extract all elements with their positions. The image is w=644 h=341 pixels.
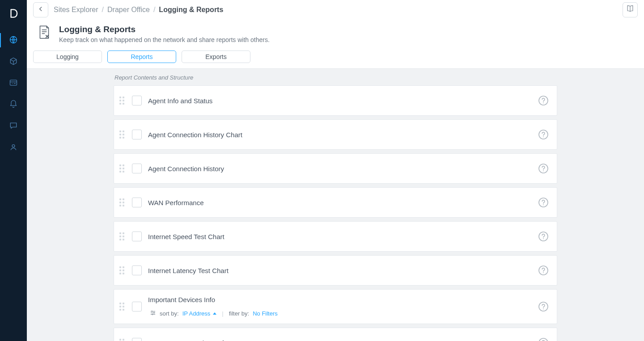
drag-handle-icon[interactable] [119, 97, 126, 105]
section-label: Report Contents and Structure [114, 74, 557, 85]
sidebar-nav-sites[interactable] [0, 29, 27, 51]
breadcrumb-level-2[interactable]: Draper Office [107, 6, 150, 14]
help-icon[interactable] [538, 337, 549, 341]
back-button[interactable] [33, 2, 48, 17]
svg-point-10 [543, 205, 544, 206]
report-item: WAN Performance [114, 187, 557, 218]
cube-icon [9, 57, 18, 67]
sidebar-nav-user[interactable] [0, 137, 27, 158]
drag-handle-icon[interactable] [119, 232, 126, 240]
page-subtitle: Keep track on what happened on the netwo… [59, 36, 270, 43]
svg-point-16 [153, 312, 154, 313]
report-item: Agent Connection History Chart [114, 119, 557, 150]
report-item-title: Internet Latency Test Chart [148, 267, 538, 274]
svg-point-17 [152, 314, 153, 315]
tab-reports[interactable]: Reports [107, 51, 176, 63]
sidebar-nav-alerts[interactable] [0, 94, 27, 115]
drag-handle-icon[interactable] [119, 198, 126, 206]
sidebar [0, 0, 27, 341]
sort-by-value[interactable]: IP Address [182, 310, 217, 317]
sidebar-nav-dashboard[interactable] [0, 72, 27, 94]
breadcrumb-level-1[interactable]: Sites Explorer [54, 6, 98, 14]
book-icon [626, 4, 635, 15]
include-checkbox[interactable] [132, 96, 142, 105]
help-icon[interactable] [538, 129, 549, 140]
help-icon[interactable] [538, 301, 549, 312]
sidebar-nav-inventory[interactable] [0, 51, 27, 72]
report-item-title: Internet Speed Test Chart [148, 233, 538, 240]
help-icon[interactable] [538, 197, 549, 208]
app-logo[interactable] [0, 0, 27, 27]
tabs: Logging Reports Exports [27, 46, 644, 69]
report-item-body: Agent Connection History Chart [148, 131, 538, 139]
include-checkbox[interactable] [132, 232, 142, 241]
drag-handle-icon[interactable] [119, 339, 126, 341]
svg-point-18 [539, 302, 548, 311]
svg-point-15 [152, 311, 153, 312]
main-panel: Sites Explorer / Draper Office / Logging… [27, 0, 644, 341]
topbar: Sites Explorer / Draper Office / Logging… [27, 0, 644, 19]
report-item-body: Not Important Devices Info [148, 339, 538, 341]
sliders-icon [150, 310, 156, 317]
svg-point-5 [539, 130, 548, 139]
breadcrumb-separator: / [102, 6, 104, 14]
report-item-title: Not Important Devices Info [148, 339, 538, 341]
report-item: Not Important Devices Info [114, 328, 557, 341]
tab-exports[interactable]: Exports [182, 51, 250, 63]
report-item-controls: sort by:IP Address|filter by:No Filters [148, 310, 538, 317]
filter-by-value[interactable]: No Filters [253, 310, 278, 317]
svg-rect-1 [10, 80, 17, 85]
help-icon[interactable] [538, 163, 549, 174]
drag-handle-icon[interactable] [119, 164, 126, 173]
include-checkbox[interactable] [132, 198, 142, 207]
report-item: Agent Connection History [114, 153, 557, 184]
sidebar-nav-chat[interactable] [0, 115, 27, 137]
report-doc-icon [37, 25, 52, 41]
help-icon[interactable] [538, 95, 549, 106]
filter-by-label: filter by: [229, 310, 250, 317]
help-icon[interactable] [538, 231, 549, 242]
page-header: Logging & Reports Keep track on what hap… [27, 19, 644, 46]
report-item: Internet Speed Test Chart [114, 221, 557, 252]
chevron-left-icon [38, 6, 44, 13]
tab-logging[interactable]: Logging [33, 51, 102, 63]
svg-point-7 [539, 164, 548, 173]
globe-icon [9, 35, 18, 46]
svg-point-8 [543, 171, 544, 172]
svg-point-12 [543, 239, 544, 240]
breadcrumb-current: Logging & Reports [159, 6, 223, 14]
report-item-body: Internet Speed Test Chart [148, 233, 538, 240]
report-item-body: Important Devices Infosort by:IP Address… [148, 296, 538, 317]
svg-point-13 [539, 266, 548, 275]
report-item-title: WAN Performance [148, 199, 538, 206]
breadcrumb-separator: / [153, 6, 155, 14]
content-scroll[interactable]: Report Contents and Structure Agent Info… [27, 69, 644, 341]
report-item-body: Agent Info and Status [148, 97, 538, 105]
report-item-body: WAN Performance [148, 199, 538, 206]
include-checkbox[interactable] [132, 130, 142, 139]
drag-handle-icon[interactable] [119, 131, 126, 139]
caret-up-icon [213, 312, 216, 315]
drag-handle-icon[interactable] [119, 266, 126, 274]
include-checkbox[interactable] [132, 265, 142, 275]
sort-by-label: sort by: [160, 310, 179, 317]
report-item-body: Internet Latency Test Chart [148, 267, 538, 274]
breadcrumb: Sites Explorer / Draper Office / Logging… [54, 6, 223, 14]
report-item-title: Agent Connection History [148, 165, 538, 173]
svg-point-4 [543, 103, 544, 104]
docs-button[interactable] [623, 2, 638, 17]
report-item-title: Agent Connection History Chart [148, 131, 538, 139]
include-checkbox[interactable] [132, 302, 142, 312]
help-icon[interactable] [538, 265, 549, 276]
divider: | [220, 310, 225, 317]
drag-handle-icon[interactable] [119, 303, 126, 311]
report-item: Important Devices Infosort by:IP Address… [114, 289, 557, 324]
report-item: Internet Latency Test Chart [114, 255, 557, 286]
include-checkbox[interactable] [132, 164, 142, 173]
svg-point-6 [543, 137, 544, 138]
report-items-list: Agent Info and StatusAgent Connection Hi… [114, 85, 557, 341]
user-icon [9, 143, 18, 153]
svg-point-2 [12, 144, 15, 147]
include-checkbox[interactable] [132, 338, 142, 341]
report-item-body: Agent Connection History [148, 165, 538, 173]
